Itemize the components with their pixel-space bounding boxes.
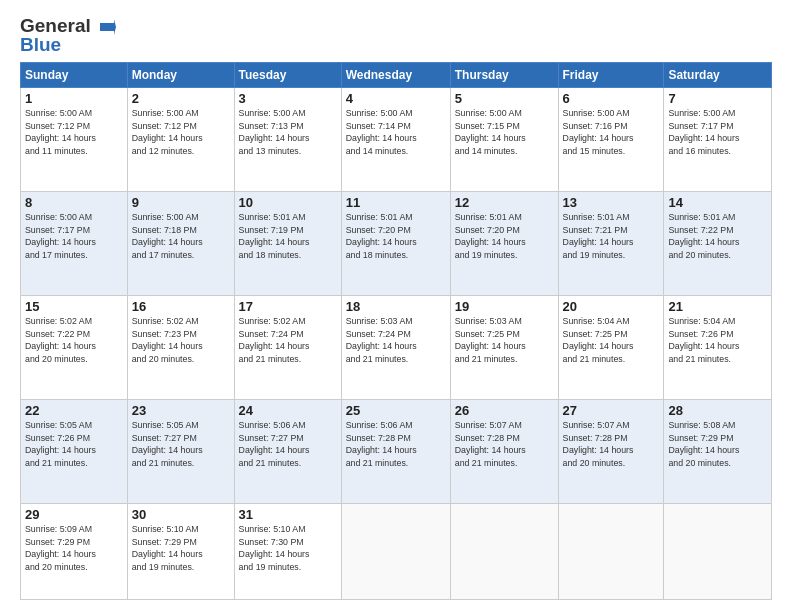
day-info: Sunrise: 5:01 AM Sunset: 7:21 PM Dayligh… bbox=[563, 211, 660, 262]
logo-general: General bbox=[20, 15, 91, 36]
calendar-cell: 17Sunrise: 5:02 AM Sunset: 7:24 PM Dayli… bbox=[234, 295, 341, 399]
col-header-tuesday: Tuesday bbox=[234, 62, 341, 87]
calendar-cell: 26Sunrise: 5:07 AM Sunset: 7:28 PM Dayli… bbox=[450, 399, 558, 503]
calendar-cell: 3Sunrise: 5:00 AM Sunset: 7:13 PM Daylig… bbox=[234, 87, 341, 191]
day-number: 20 bbox=[563, 299, 660, 314]
day-number: 18 bbox=[346, 299, 446, 314]
header: General Blue bbox=[20, 16, 772, 56]
day-info: Sunrise: 5:00 AM Sunset: 7:17 PM Dayligh… bbox=[668, 107, 767, 158]
col-header-saturday: Saturday bbox=[664, 62, 772, 87]
calendar-cell: 15Sunrise: 5:02 AM Sunset: 7:22 PM Dayli… bbox=[21, 295, 128, 399]
day-info: Sunrise: 5:04 AM Sunset: 7:26 PM Dayligh… bbox=[668, 315, 767, 366]
day-number: 26 bbox=[455, 403, 554, 418]
calendar-cell: 31Sunrise: 5:10 AM Sunset: 7:30 PM Dayli… bbox=[234, 503, 341, 599]
day-number: 28 bbox=[668, 403, 767, 418]
day-number: 31 bbox=[239, 507, 337, 522]
day-info: Sunrise: 5:00 AM Sunset: 7:14 PM Dayligh… bbox=[346, 107, 446, 158]
calendar-cell: 5Sunrise: 5:00 AM Sunset: 7:15 PM Daylig… bbox=[450, 87, 558, 191]
calendar-header-row: SundayMondayTuesdayWednesdayThursdayFrid… bbox=[21, 62, 772, 87]
day-number: 1 bbox=[25, 91, 123, 106]
calendar-week-row: 29Sunrise: 5:09 AM Sunset: 7:29 PM Dayli… bbox=[21, 503, 772, 599]
day-number: 7 bbox=[668, 91, 767, 106]
day-number: 2 bbox=[132, 91, 230, 106]
calendar-cell: 21Sunrise: 5:04 AM Sunset: 7:26 PM Dayli… bbox=[664, 295, 772, 399]
day-info: Sunrise: 5:00 AM Sunset: 7:12 PM Dayligh… bbox=[132, 107, 230, 158]
day-info: Sunrise: 5:00 AM Sunset: 7:16 PM Dayligh… bbox=[563, 107, 660, 158]
calendar-week-row: 22Sunrise: 5:05 AM Sunset: 7:26 PM Dayli… bbox=[21, 399, 772, 503]
day-number: 10 bbox=[239, 195, 337, 210]
day-info: Sunrise: 5:02 AM Sunset: 7:24 PM Dayligh… bbox=[239, 315, 337, 366]
day-number: 22 bbox=[25, 403, 123, 418]
calendar-cell: 30Sunrise: 5:10 AM Sunset: 7:29 PM Dayli… bbox=[127, 503, 234, 599]
calendar-week-row: 15Sunrise: 5:02 AM Sunset: 7:22 PM Dayli… bbox=[21, 295, 772, 399]
calendar-cell: 20Sunrise: 5:04 AM Sunset: 7:25 PM Dayli… bbox=[558, 295, 664, 399]
calendar-cell: 1Sunrise: 5:00 AM Sunset: 7:12 PM Daylig… bbox=[21, 87, 128, 191]
calendar-cell: 25Sunrise: 5:06 AM Sunset: 7:28 PM Dayli… bbox=[341, 399, 450, 503]
col-header-sunday: Sunday bbox=[21, 62, 128, 87]
day-info: Sunrise: 5:07 AM Sunset: 7:28 PM Dayligh… bbox=[455, 419, 554, 470]
day-info: Sunrise: 5:00 AM Sunset: 7:13 PM Dayligh… bbox=[239, 107, 337, 158]
calendar-cell: 14Sunrise: 5:01 AM Sunset: 7:22 PM Dayli… bbox=[664, 191, 772, 295]
day-info: Sunrise: 5:01 AM Sunset: 7:19 PM Dayligh… bbox=[239, 211, 337, 262]
logo-arrow-icon bbox=[96, 19, 116, 35]
calendar-cell bbox=[664, 503, 772, 599]
day-info: Sunrise: 5:04 AM Sunset: 7:25 PM Dayligh… bbox=[563, 315, 660, 366]
day-number: 12 bbox=[455, 195, 554, 210]
calendar-cell: 29Sunrise: 5:09 AM Sunset: 7:29 PM Dayli… bbox=[21, 503, 128, 599]
day-number: 17 bbox=[239, 299, 337, 314]
day-number: 25 bbox=[346, 403, 446, 418]
day-info: Sunrise: 5:02 AM Sunset: 7:22 PM Dayligh… bbox=[25, 315, 123, 366]
col-header-wednesday: Wednesday bbox=[341, 62, 450, 87]
day-info: Sunrise: 5:01 AM Sunset: 7:22 PM Dayligh… bbox=[668, 211, 767, 262]
day-number: 19 bbox=[455, 299, 554, 314]
col-header-friday: Friday bbox=[558, 62, 664, 87]
day-number: 30 bbox=[132, 507, 230, 522]
day-info: Sunrise: 5:08 AM Sunset: 7:29 PM Dayligh… bbox=[668, 419, 767, 470]
day-info: Sunrise: 5:01 AM Sunset: 7:20 PM Dayligh… bbox=[346, 211, 446, 262]
calendar-cell: 28Sunrise: 5:08 AM Sunset: 7:29 PM Dayli… bbox=[664, 399, 772, 503]
calendar-table: SundayMondayTuesdayWednesdayThursdayFrid… bbox=[20, 62, 772, 600]
col-header-thursday: Thursday bbox=[450, 62, 558, 87]
day-info: Sunrise: 5:06 AM Sunset: 7:28 PM Dayligh… bbox=[346, 419, 446, 470]
calendar-cell: 27Sunrise: 5:07 AM Sunset: 7:28 PM Dayli… bbox=[558, 399, 664, 503]
calendar-cell: 8Sunrise: 5:00 AM Sunset: 7:17 PM Daylig… bbox=[21, 191, 128, 295]
day-number: 24 bbox=[239, 403, 337, 418]
calendar-cell: 10Sunrise: 5:01 AM Sunset: 7:19 PM Dayli… bbox=[234, 191, 341, 295]
calendar-cell: 18Sunrise: 5:03 AM Sunset: 7:24 PM Dayli… bbox=[341, 295, 450, 399]
col-header-monday: Monday bbox=[127, 62, 234, 87]
day-info: Sunrise: 5:10 AM Sunset: 7:29 PM Dayligh… bbox=[132, 523, 230, 574]
day-info: Sunrise: 5:00 AM Sunset: 7:18 PM Dayligh… bbox=[132, 211, 230, 262]
day-info: Sunrise: 5:01 AM Sunset: 7:20 PM Dayligh… bbox=[455, 211, 554, 262]
page: General Blue SundayMondayTuesdayWednesda… bbox=[0, 0, 792, 612]
day-info: Sunrise: 5:05 AM Sunset: 7:26 PM Dayligh… bbox=[25, 419, 123, 470]
svg-marker-0 bbox=[100, 19, 116, 35]
calendar-cell: 12Sunrise: 5:01 AM Sunset: 7:20 PM Dayli… bbox=[450, 191, 558, 295]
day-info: Sunrise: 5:03 AM Sunset: 7:24 PM Dayligh… bbox=[346, 315, 446, 366]
calendar-week-row: 8Sunrise: 5:00 AM Sunset: 7:17 PM Daylig… bbox=[21, 191, 772, 295]
day-number: 29 bbox=[25, 507, 123, 522]
day-info: Sunrise: 5:00 AM Sunset: 7:12 PM Dayligh… bbox=[25, 107, 123, 158]
day-number: 21 bbox=[668, 299, 767, 314]
calendar-cell: 22Sunrise: 5:05 AM Sunset: 7:26 PM Dayli… bbox=[21, 399, 128, 503]
calendar-cell: 24Sunrise: 5:06 AM Sunset: 7:27 PM Dayli… bbox=[234, 399, 341, 503]
day-number: 11 bbox=[346, 195, 446, 210]
day-number: 16 bbox=[132, 299, 230, 314]
day-number: 15 bbox=[25, 299, 123, 314]
day-info: Sunrise: 5:00 AM Sunset: 7:15 PM Dayligh… bbox=[455, 107, 554, 158]
day-info: Sunrise: 5:07 AM Sunset: 7:28 PM Dayligh… bbox=[563, 419, 660, 470]
day-info: Sunrise: 5:00 AM Sunset: 7:17 PM Dayligh… bbox=[25, 211, 123, 262]
day-number: 9 bbox=[132, 195, 230, 210]
day-info: Sunrise: 5:10 AM Sunset: 7:30 PM Dayligh… bbox=[239, 523, 337, 574]
calendar-cell: 9Sunrise: 5:00 AM Sunset: 7:18 PM Daylig… bbox=[127, 191, 234, 295]
calendar-cell bbox=[450, 503, 558, 599]
day-number: 27 bbox=[563, 403, 660, 418]
calendar-cell: 7Sunrise: 5:00 AM Sunset: 7:17 PM Daylig… bbox=[664, 87, 772, 191]
day-info: Sunrise: 5:03 AM Sunset: 7:25 PM Dayligh… bbox=[455, 315, 554, 366]
calendar-cell: 23Sunrise: 5:05 AM Sunset: 7:27 PM Dayli… bbox=[127, 399, 234, 503]
day-number: 4 bbox=[346, 91, 446, 106]
calendar-cell: 13Sunrise: 5:01 AM Sunset: 7:21 PM Dayli… bbox=[558, 191, 664, 295]
calendar-cell: 16Sunrise: 5:02 AM Sunset: 7:23 PM Dayli… bbox=[127, 295, 234, 399]
calendar-cell: 6Sunrise: 5:00 AM Sunset: 7:16 PM Daylig… bbox=[558, 87, 664, 191]
calendar-cell: 11Sunrise: 5:01 AM Sunset: 7:20 PM Dayli… bbox=[341, 191, 450, 295]
calendar-cell: 19Sunrise: 5:03 AM Sunset: 7:25 PM Dayli… bbox=[450, 295, 558, 399]
